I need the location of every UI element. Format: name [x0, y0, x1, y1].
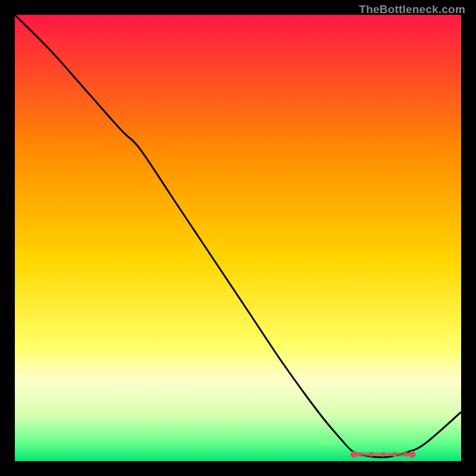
chart-svg — [15, 15, 461, 461]
svg-rect-5 — [381, 452, 386, 457]
svg-point-1 — [350, 451, 358, 458]
plot-area — [15, 15, 461, 461]
gradient-background — [15, 15, 461, 461]
svg-point-2 — [409, 451, 416, 458]
chart-container: TheBottleneck.com — [0, 0, 476, 476]
svg-rect-4 — [369, 452, 374, 457]
watermark-text: TheBottleneck.com — [359, 3, 465, 16]
svg-rect-6 — [393, 452, 397, 457]
svg-rect-7 — [404, 452, 409, 457]
svg-rect-3 — [358, 452, 362, 457]
